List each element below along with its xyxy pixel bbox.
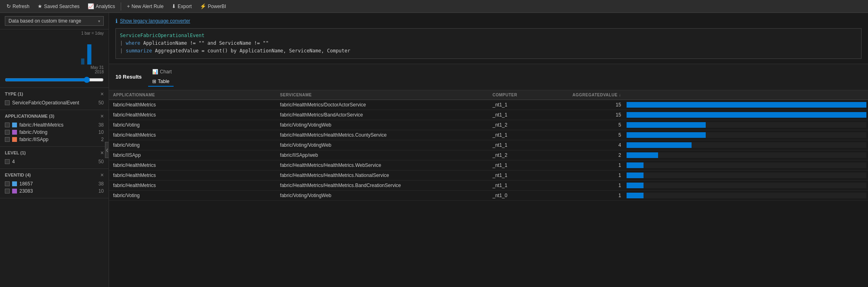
query-editor[interactable]: ServiceFabricOperationalEvent | where Ap… [115,28,862,59]
filter-checkbox[interactable] [5,189,10,193]
table-row[interactable]: fabric/HealthMetricsfabric/HealthMetrics… [109,180,868,190]
export-icon: ⬇ [172,3,176,9]
table-row[interactable]: fabric/HealthMetricsfabric/HealthMetrics… [109,170,868,180]
filter-close-applicationname[interactable]: × [101,113,104,119]
cell-computer: _nt1_1 [489,140,564,150]
star-icon: ★ [38,3,42,9]
bar-fill [627,173,644,178]
results-table: APPLICATIONNAMESERVICENAMECOMPUTERAGGREG… [109,90,868,201]
filter-close-eventid[interactable]: × [101,172,104,178]
filter-item[interactable]: fabric:/HealthMetrics38 [5,121,104,129]
plus-icon: + [127,3,130,9]
cell-aggval: 15 [564,110,625,120]
col-header-servicename[interactable]: SERVICENAME [276,90,489,100]
filter-item-label: ServiceFabricOperationalEvent [12,100,79,106]
cell-svcname: fabric/HealthMetrics/HealthMetrics.WebSe… [276,160,489,170]
cell-svcname: fabric/HealthMetrics/HealthMetrics.BandC… [276,180,489,190]
table-row[interactable]: fabric/HealthMetricsfabric/HealthMetrics… [109,130,868,140]
bar-fill [627,162,644,168]
cell-svcname: fabric/Voting/VotingWeb [276,190,489,200]
filter-item[interactable]: 450 [5,158,104,165]
table-row[interactable]: fabric/HealthMetricsfabric/HealthMetrics… [109,100,868,110]
filter-header-eventid: EVENTID (4)× [5,172,104,178]
filter-header-applicationname: APPLICATIONNAME (3)× [5,113,104,119]
filter-item[interactable]: 2308310 [5,187,104,195]
filter-item[interactable]: ServiceFabricOperationalEvent50 [5,99,104,106]
filter-section-applicationname: APPLICATIONNAME (3)×fabric:/HealthMetric… [0,110,109,147]
legacy-link[interactable]: Show legacy language converter [120,18,190,24]
filter-header-type: TYPE (1)× [5,91,104,97]
filter-color-swatch [12,189,17,193]
refresh-button[interactable]: ↻ Refresh [3,1,33,12]
filter-header-level: LEVEL (1)× [5,150,104,156]
chevron-left-icon: ❮ [106,148,109,152]
table-row[interactable]: fabric/IISAppfabric/IISApp/web_nt1_22 [109,150,868,160]
filter-item[interactable]: 1865738 [5,180,104,187]
filter-item[interactable]: fabric:/IISApp2 [5,136,104,143]
mini-chart-area: 1 bar = 1day May 31 2018 [0,29,109,88]
mini-chart-canvas [5,36,104,64]
time-range-selector[interactable]: Data based on custom time range ▾ [5,16,104,26]
bar-fill [627,193,644,198]
col-header-applicationname[interactable]: APPLICATIONNAME [109,90,276,100]
chart-scale-label: 1 bar = 1day [5,31,104,35]
cell-computer: _nt1_1 [489,180,564,190]
filter-checkbox[interactable] [5,181,10,186]
cell-svcname: fabric/HealthMetrics/DoctorActorService [276,100,489,110]
time-range-slider[interactable] [5,77,104,83]
filter-checkbox[interactable] [5,130,10,135]
cell-bar [625,190,868,200]
table-row[interactable]: fabric/Votingfabric/Voting/VotingWeb_nt1… [109,120,868,130]
col-header-computer[interactable]: COMPUTER [489,90,564,100]
refresh-label: Refresh [13,4,29,9]
cell-aggval: 1 [564,160,625,170]
export-button[interactable]: ⬇ Export [168,1,195,12]
cell-computer: _nt1_0 [489,190,564,200]
data-table[interactable]: APPLICATIONNAMESERVICENAMECOMPUTERAGGREG… [109,90,868,287]
cell-bar [625,180,868,190]
table-row[interactable]: fabric/Votingfabric/Voting/VotingWeb_nt1… [109,140,868,150]
sidebar-collapse-button[interactable]: ❮ [105,142,109,158]
cell-svcname: fabric/HealthMetrics/HealthMetrics.Natio… [276,170,489,180]
filter-item-label: fabric:/HealthMetrics [19,122,63,128]
saved-searches-button[interactable]: ★ Saved Searches [34,1,83,12]
main-toolbar: ↻ Refresh ★ Saved Searches 📈 Analytics +… [0,0,868,13]
table-row[interactable]: fabric/HealthMetricsfabric/HealthMetrics… [109,110,868,120]
time-range-section: Data based on custom time range ▾ [0,13,109,29]
new-alert-button[interactable]: + New Alert Rule [124,1,167,12]
bar-fill [627,112,866,118]
filter-close-type[interactable]: × [101,91,104,97]
filter-checkbox[interactable] [5,159,10,164]
col-header-aggregatedvalue[interactable]: AGGREGATEDVALUE ↓ [564,90,625,100]
legacy-converter: ℹ Show legacy language converter [115,18,862,24]
cell-bar [625,130,868,140]
analytics-label: Analytics [96,4,115,9]
cell-computer: _nt1_1 [489,110,564,120]
main-layout: ❮ Data based on custom time range ▾ 1 ba… [0,13,868,287]
chart-icon: 📈 [88,3,94,9]
tab-table[interactable]: ⊞ Table [148,77,174,87]
cell-aggval: 2 [564,150,625,160]
powerbi-label: PowerBI [208,4,226,9]
table-header: APPLICATIONNAMESERVICENAMECOMPUTERAGGREG… [109,90,868,100]
chevron-down-icon: ▾ [98,19,100,23]
filter-checkbox[interactable] [5,100,10,105]
filter-close-level[interactable]: × [101,150,104,156]
cell-svcname: fabric/HealthMetrics/BandActorService [276,110,489,120]
table-row[interactable]: fabric/HealthMetricsfabric/HealthMetrics… [109,160,868,170]
cell-appname: fabric/Voting [109,140,276,150]
filter-item[interactable]: fabric:/Voting10 [5,129,104,136]
filter-checkbox[interactable] [5,123,10,127]
cell-appname: fabric/HealthMetrics [109,130,276,140]
analytics-button[interactable]: 📈 Analytics [84,1,118,12]
table-row[interactable]: fabric/Votingfabric/Voting/VotingWeb_nt1… [109,190,868,200]
filter-checkbox[interactable] [5,137,10,142]
cell-appname: fabric/HealthMetrics [109,100,276,110]
cell-svcname: fabric/IISApp/web [276,150,489,160]
filter-section-level: LEVEL (1)×450 [0,147,109,169]
cell-appname: fabric/HealthMetrics [109,110,276,120]
powerbi-button[interactable]: ⚡ PowerBI [197,1,229,12]
col-header-bar[interactable] [625,90,868,100]
tab-chart[interactable]: 📊 Chart [148,67,176,77]
filter-item-count: 38 [99,181,104,187]
